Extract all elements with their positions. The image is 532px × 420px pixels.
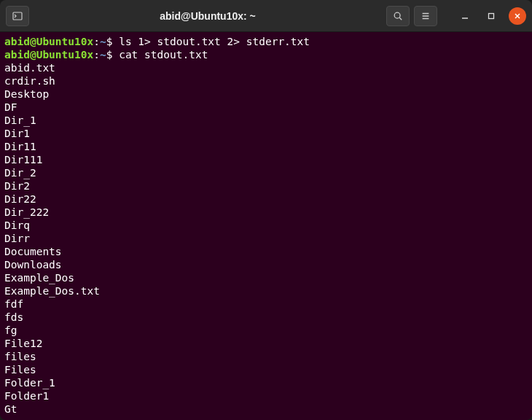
output-line: Dir_1	[4, 114, 528, 127]
output-line: Dir1	[4, 127, 528, 140]
hamburger-icon	[420, 11, 431, 21]
output-line: abid.txt	[4, 61, 528, 74]
svg-rect-7	[489, 13, 494, 18]
output-line: Gt	[4, 402, 528, 416]
output-line: Dir11	[4, 140, 528, 153]
svg-rect-0	[13, 12, 22, 20]
prompt-path: ~	[100, 36, 106, 47]
output-line: Dirr	[4, 232, 528, 245]
terminal-area[interactable]: abid@Ubuntu10x:~$ ls 1> stdout.txt 2> st…	[0, 32, 532, 420]
output-line: fds	[4, 311, 528, 324]
new-tab-button[interactable]	[6, 6, 29, 26]
menu-button[interactable]	[414, 6, 437, 26]
output-line: Documents	[4, 245, 528, 258]
output-line: Desktop	[4, 88, 528, 101]
output-line: File12	[4, 337, 528, 350]
close-button[interactable]	[509, 7, 526, 25]
output-line: Dir_222	[4, 206, 528, 219]
search-icon	[393, 11, 403, 21]
prompt-line-1: abid@Ubuntu10x:~$ ls 1> stdout.txt 2> st…	[4, 35, 528, 48]
output-line: Downloads	[4, 258, 528, 271]
maximize-icon	[488, 12, 495, 20]
output-line: Dir22	[4, 192, 528, 206]
output-line: DF	[4, 101, 528, 114]
minimize-icon	[461, 12, 469, 20]
prompt-line-2: abid@Ubuntu10x:~$ cat stdout.txt	[4, 48, 528, 61]
output-line: Example_Dos	[4, 271, 528, 284]
svg-point-1	[394, 12, 400, 18]
output-line: fg	[4, 324, 528, 337]
minimize-button[interactable]	[456, 7, 474, 25]
search-button[interactable]	[386, 6, 410, 26]
output-line: Files	[4, 363, 528, 376]
window-title: abid@Ubuntu10x: ~	[34, 10, 382, 22]
output-line: Dir111	[4, 153, 528, 166]
maximize-button[interactable]	[482, 7, 500, 25]
output-line: Dir_2	[4, 166, 528, 179]
output-line: Example_Dos.txt	[4, 284, 528, 298]
output-line: Folder1	[4, 389, 528, 402]
prompt-user-host: abid@Ubuntu10x	[4, 36, 93, 47]
close-icon	[514, 12, 521, 20]
prompt-user-host: abid@Ubuntu10x	[4, 49, 93, 61]
prompt-colon: :	[93, 36, 100, 47]
prompt-colon: :	[93, 49, 100, 61]
output-line: fdf	[4, 298, 528, 311]
command-1: ls 1> stdout.txt 2> stderr.txt	[112, 36, 310, 47]
output-line: files	[4, 350, 528, 363]
prompt-path: ~	[100, 49, 106, 61]
terminal-tab-icon	[12, 10, 23, 22]
output-line: Folder_1	[4, 376, 528, 389]
output-line: Dir2	[4, 179, 528, 192]
output-line: Dirq	[4, 219, 528, 232]
titlebar: abid@Ubuntu10x: ~	[0, 0, 532, 32]
command-2: cat stdout.txt	[112, 49, 208, 61]
output-container: abid.txtcrdir.shDesktopDFDir_1Dir1Dir11D…	[4, 61, 528, 416]
output-line: crdir.sh	[4, 74, 528, 88]
svg-line-2	[399, 18, 402, 20]
